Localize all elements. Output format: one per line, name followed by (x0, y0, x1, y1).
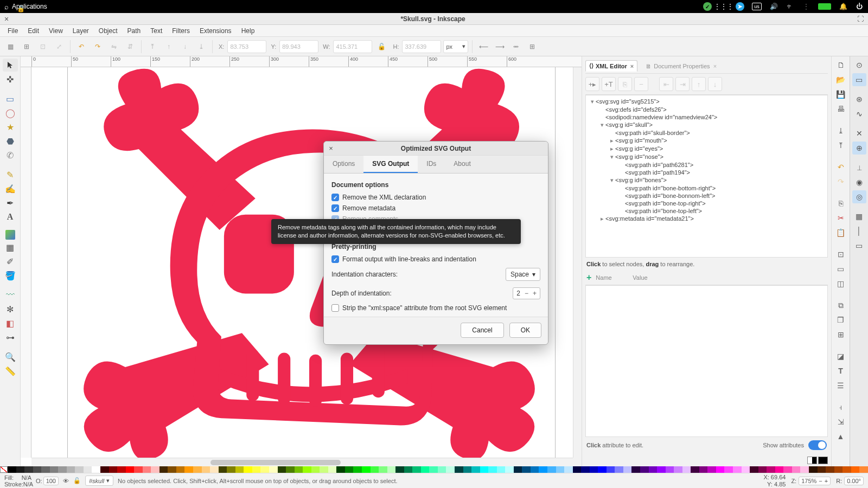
tweak-tool[interactable]: 〰 (3, 288, 18, 301)
opacity-input[interactable]: 100 (43, 477, 59, 485)
color-swatch[interactable] (176, 466, 185, 473)
color-swatch[interactable] (210, 466, 219, 473)
color-swatch[interactable] (252, 466, 261, 473)
color-swatch[interactable] (742, 466, 750, 473)
flip-v-icon[interactable]: ⇵ (123, 40, 137, 54)
color-swatch[interactable] (843, 466, 851, 473)
color-swatch[interactable] (202, 466, 210, 473)
color-swatch[interactable] (455, 466, 463, 473)
color-swatch[interactable] (429, 466, 438, 473)
color-swatch[interactable] (75, 466, 84, 473)
duplicate-icon[interactable]: ⧉ (834, 299, 848, 312)
close-icon[interactable]: × (630, 63, 634, 69)
snap-intersection-icon[interactable]: ✕ (852, 127, 866, 140)
format-output-checkbox[interactable] (331, 255, 339, 263)
raise-icon[interactable]: ↑ (162, 40, 176, 54)
color-swatch[interactable] (345, 466, 354, 473)
zoom-tool[interactable]: 🔍 (3, 350, 18, 363)
color-swatch[interactable] (33, 466, 42, 473)
close-icon[interactable]: × (713, 63, 717, 69)
new-text-node-button[interactable]: +T (602, 77, 616, 91)
zoom-drawing-icon[interactable]: ◫ (834, 277, 848, 290)
color-swatch[interactable] (193, 466, 202, 473)
prop-up-icon[interactable]: ▲ (834, 430, 848, 443)
color-swatch[interactable] (286, 466, 295, 473)
color-swatch[interactable] (834, 466, 843, 473)
color-swatch[interactable] (649, 466, 658, 473)
menu-help[interactable]: Help (237, 26, 259, 36)
node-tool[interactable]: ✜ (3, 73, 18, 86)
print-icon[interactable]: 🖶 (834, 102, 848, 115)
layers-icon[interactable]: ☰ (834, 379, 848, 392)
color-swatch[interactable] (24, 466, 33, 473)
tab-options[interactable]: Options (324, 156, 363, 173)
depth-input[interactable]: 2−+ (513, 287, 540, 299)
delete-node-button[interactable]: − (634, 77, 648, 91)
color-swatch[interactable] (303, 466, 311, 473)
xml-node-row[interactable]: ▸<svg:g id="mouth"> (586, 137, 827, 145)
color-swatch[interactable] (438, 466, 446, 473)
color-swatch[interactable] (767, 466, 775, 473)
window-maximize-button[interactable]: ⛶ (853, 15, 868, 23)
color-swatch[interactable] (598, 466, 607, 473)
tree-arrow-icon[interactable]: ▾ (609, 177, 615, 184)
color-swatch[interactable] (260, 466, 269, 473)
dropper-tool[interactable]: ✐ (3, 255, 18, 268)
fill-stroke-icon[interactable]: ◪ (834, 350, 848, 363)
xml-node-row[interactable]: ▸<svg:g id="eyes"> (586, 145, 827, 153)
paintbucket-tool[interactable]: 🪣 (3, 269, 18, 282)
calligraphy-tool[interactable]: ✒ (3, 196, 18, 209)
color-swatch[interactable] (320, 466, 328, 473)
selector-tool[interactable] (3, 59, 18, 72)
snap-path-icon[interactable]: ∿ (852, 107, 866, 120)
menu-path[interactable]: Path (123, 26, 145, 36)
status-ok-icon[interactable]: ✓ (703, 2, 712, 11)
color-swatch[interactable] (295, 466, 303, 473)
color-swatch[interactable] (775, 466, 784, 473)
open-icon[interactable]: 📂 (834, 73, 848, 86)
rotation-input[interactable]: 0.00° (844, 477, 864, 485)
new-doc-icon[interactable]: 🗋 (834, 59, 848, 72)
menu-view[interactable]: View (44, 26, 67, 36)
flip-h-icon[interactable]: ⇋ (107, 40, 121, 54)
affect-3-icon[interactable]: ⥈ (509, 40, 523, 54)
color-swatch[interactable] (615, 466, 623, 473)
spray-tool[interactable]: ✻ (3, 303, 18, 316)
menu-extensions[interactable]: Extensions (195, 26, 236, 36)
toolbar-btn-2[interactable]: ⊞ (20, 40, 34, 54)
color-swatch[interactable] (159, 466, 168, 473)
unit-select[interactable]: px▾ (443, 40, 468, 53)
color-swatch[interactable] (691, 466, 699, 473)
affect-1-icon[interactable]: ⟵ (476, 40, 490, 54)
color-swatch[interactable] (311, 466, 320, 473)
color-swatch[interactable] (699, 466, 708, 473)
color-swatch[interactable] (758, 466, 767, 473)
color-swatch[interactable] (590, 466, 598, 473)
color-swatch[interactable] (151, 466, 159, 473)
color-swatch[interactable] (522, 466, 531, 473)
spiral-tool[interactable]: ✆ (3, 149, 18, 162)
toolbar-btn-1[interactable]: ▦ (3, 40, 17, 54)
move-down-button[interactable]: ↓ (708, 77, 722, 91)
notifications-icon[interactable]: 🔔 (839, 2, 847, 11)
tab-about[interactable]: About (445, 156, 479, 173)
text-tool[interactable]: A (3, 210, 18, 223)
color-swatch[interactable] (800, 466, 809, 473)
color-swatch[interactable] (84, 466, 92, 473)
xml-node-row[interactable]: <sodipodi:namedview id="namedview24"> (586, 113, 827, 121)
remove-metadata-checkbox[interactable] (331, 204, 339, 212)
color-swatch[interactable] (573, 466, 582, 473)
star-tool[interactable]: ★ (3, 120, 18, 133)
color-swatch[interactable] (471, 466, 480, 473)
volume-icon[interactable]: 🔊 (769, 2, 778, 11)
color-swatch[interactable] (716, 466, 725, 473)
telegram-icon[interactable]: ➤ (736, 2, 744, 11)
tree-arrow-icon[interactable]: ▸ (609, 145, 615, 152)
xml-node-row[interactable]: <svg:defs id="defs26"> (586, 106, 827, 113)
tree-arrow-icon[interactable]: ▸ (609, 137, 615, 144)
color-swatch[interactable] (497, 466, 506, 473)
color-swatch[interactable] (126, 466, 135, 473)
tab-ids[interactable]: IDs (418, 156, 445, 173)
visibility-icon[interactable]: 👁 (63, 478, 69, 484)
color-swatch[interactable] (8, 466, 16, 473)
